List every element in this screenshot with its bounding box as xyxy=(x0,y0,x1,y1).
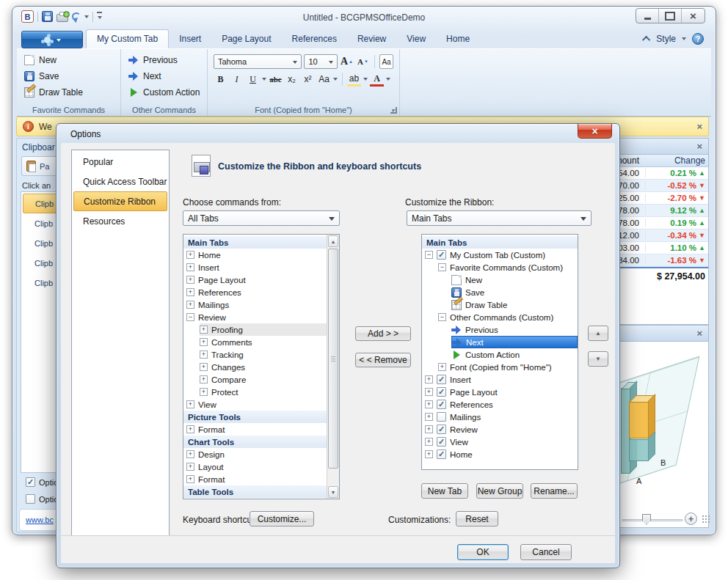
tree-item[interactable]: Home xyxy=(422,448,578,460)
tree-item-content[interactable]: Protect xyxy=(200,386,327,398)
tree-item[interactable]: Design xyxy=(183,448,327,460)
plus-icon[interactable] xyxy=(200,363,208,371)
tree-item[interactable]: Format xyxy=(183,423,327,436)
plus-icon[interactable] xyxy=(186,475,194,483)
tree-item-content[interactable]: Proofing xyxy=(200,323,327,336)
ribbon-command-draw-table[interactable]: Draw Table xyxy=(18,84,119,100)
checkbox-checked[interactable] xyxy=(437,375,446,384)
choose-commands-dropdown[interactable]: All Tabs xyxy=(183,210,340,226)
tree-item-content[interactable]: Page Layout xyxy=(425,386,578,398)
tree-item[interactable]: Insert xyxy=(422,373,578,386)
tree-item-content[interactable]: Design xyxy=(186,448,327,460)
tree-item-content[interactable]: References xyxy=(425,398,578,411)
tree-item-content[interactable]: My Custom Tab (Custom) xyxy=(425,249,578,261)
font-color-button[interactable]: A xyxy=(370,72,384,87)
dialog-close-button[interactable] xyxy=(578,124,612,139)
tree-item[interactable]: Compare xyxy=(183,373,327,386)
tab-page-layout[interactable]: Page Layout xyxy=(211,30,281,48)
plus-icon[interactable] xyxy=(200,375,208,383)
plus-icon[interactable] xyxy=(186,425,194,433)
change-column-header[interactable]: Change xyxy=(646,155,708,166)
minus-icon[interactable] xyxy=(186,313,194,321)
close-button[interactable] xyxy=(682,9,705,23)
strikethrough-button[interactable]: abc xyxy=(269,72,283,87)
plus-icon[interactable] xyxy=(200,326,208,334)
ribbon-command-previous[interactable]: Previous xyxy=(123,52,205,68)
tree-item[interactable]: Save xyxy=(422,286,578,298)
plus-icon[interactable] xyxy=(425,413,433,421)
minus-icon[interactable] xyxy=(438,313,446,321)
checkbox-checked[interactable] xyxy=(437,425,446,434)
tree-item[interactable]: New xyxy=(422,274,578,286)
scrollbar[interactable]: ▲ ▼ xyxy=(327,235,339,499)
tree-item-content[interactable]: Previous xyxy=(451,323,578,336)
new-group-button[interactable]: New Group xyxy=(476,483,523,499)
checkbox-checked[interactable] xyxy=(437,449,446,459)
ribbon-command-custom-action[interactable]: Custom Action xyxy=(123,84,205,100)
chevron-down-icon[interactable] xyxy=(386,78,390,83)
plus-icon[interactable] xyxy=(200,338,208,346)
tree-item-content[interactable]: Next xyxy=(451,336,578,348)
tree-item[interactable]: Draw Table xyxy=(422,298,578,311)
scroll-up-icon[interactable]: ▲ xyxy=(328,235,338,247)
tree-item[interactable]: Page Layout xyxy=(183,274,327,286)
tab-my-custom-tab[interactable]: My Custom Tab xyxy=(86,29,169,48)
customize-ribbon-dropdown[interactable]: Main Tabs xyxy=(407,210,592,226)
tree-item[interactable]: Format xyxy=(183,473,327,485)
tree-item-content[interactable]: Insert xyxy=(425,373,578,386)
bold-button[interactable]: B xyxy=(214,72,228,87)
change-case-button[interactable]: Aa xyxy=(317,72,331,87)
checkbox-checked[interactable] xyxy=(437,437,446,447)
scroll-down-icon[interactable]: ▼ xyxy=(328,486,338,498)
tree-item[interactable]: References xyxy=(422,398,578,411)
tree-item[interactable]: Mailings xyxy=(183,298,327,311)
tree-item-content[interactable]: Home xyxy=(186,249,327,261)
plus-icon[interactable] xyxy=(186,288,194,296)
tree-item[interactable]: Next xyxy=(422,336,578,348)
dialog-nav-quick-access-toolbar[interactable]: Quick Access Toolbar xyxy=(73,172,167,191)
tab-view[interactable]: View xyxy=(396,30,436,48)
dialog-nav-resources[interactable]: Resources xyxy=(73,211,167,231)
move-up-button[interactable]: ▲ xyxy=(588,326,608,341)
checkbox-checked[interactable] xyxy=(26,477,35,487)
tree-item[interactable]: Insert xyxy=(183,261,327,274)
shrink-font-button[interactable]: A xyxy=(356,54,370,69)
tree-item[interactable]: Favorite Commands (Custom) xyxy=(422,261,578,274)
rename-button[interactable]: Rename... xyxy=(531,483,578,499)
tree-item-content[interactable]: Comments xyxy=(200,336,327,348)
plus-icon[interactable] xyxy=(200,350,208,359)
chevron-down-icon[interactable] xyxy=(262,78,266,83)
close-icon[interactable] xyxy=(696,142,702,151)
minimize-button[interactable] xyxy=(636,9,659,23)
tree-item[interactable]: Custom Action xyxy=(422,348,578,361)
tree-item[interactable]: Proofing xyxy=(183,323,327,336)
plus-icon[interactable] xyxy=(200,388,208,396)
tab-home[interactable]: Home xyxy=(436,30,480,48)
tree-item[interactable]: Comments xyxy=(183,336,327,348)
move-down-button[interactable]: ▼ xyxy=(588,351,608,367)
tree-item[interactable]: View xyxy=(183,398,327,411)
tree-item-content[interactable]: Mailings xyxy=(186,298,327,311)
zoom-slider-track[interactable] xyxy=(622,519,683,521)
tree-item[interactable]: Mailings xyxy=(422,411,578,423)
tree-item-content[interactable]: Format xyxy=(186,473,327,485)
tree-item[interactable]: Changes xyxy=(183,361,327,373)
tree-item[interactable]: Other Commands (Custom) xyxy=(422,311,578,323)
tree-item-content[interactable]: Custom Action xyxy=(451,348,578,361)
tree-item-content[interactable]: Compare xyxy=(200,373,327,386)
tree-item-content[interactable]: References xyxy=(186,286,327,298)
dialog-nav-customize-ribbon[interactable]: Customize Ribbon xyxy=(73,191,167,211)
tree-item-content[interactable]: Draw Table xyxy=(451,298,578,311)
close-icon[interactable] xyxy=(696,122,702,131)
scrollbar-thumb[interactable] xyxy=(328,249,338,469)
dialog-nav-popular[interactable]: Popular xyxy=(73,152,167,172)
tree-item[interactable]: Protect xyxy=(183,386,327,398)
underline-button[interactable]: U xyxy=(246,72,260,87)
tree-item-content[interactable]: Mailings xyxy=(425,411,578,423)
tree-item[interactable]: My Custom Tab (Custom) xyxy=(422,249,578,261)
maximize-button[interactable] xyxy=(659,9,682,23)
tree-item-content[interactable]: Favorite Commands (Custom) xyxy=(438,261,578,274)
grow-font-button[interactable]: A xyxy=(340,54,354,69)
tab-references[interactable]: References xyxy=(282,30,347,48)
chevron-down-icon[interactable] xyxy=(363,78,368,83)
